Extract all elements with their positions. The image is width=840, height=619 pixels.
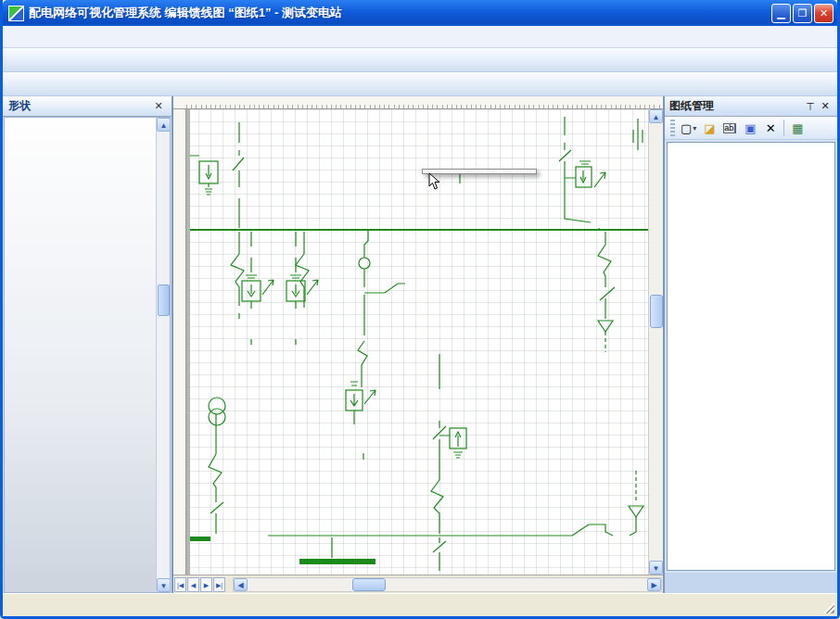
open-drawing-button[interactable]: ◪ bbox=[699, 118, 719, 138]
drawings-panel-header: 图纸管理 ⊥ ✕ bbox=[665, 96, 837, 117]
resize-grip[interactable] bbox=[823, 602, 834, 613]
new-drawing-icon: ▢ bbox=[681, 122, 692, 134]
sheet-tab-bar: |◀ ◀ ▶ ▶| ◀ ▶ bbox=[173, 575, 663, 593]
delete-icon: ✕ bbox=[766, 122, 776, 134]
shapes-panel: 形状 ✕ ▲ ▼ bbox=[3, 96, 173, 593]
scroll-up-icon[interactable]: ▲ bbox=[649, 109, 663, 123]
close-button[interactable]: ✕ bbox=[814, 4, 834, 23]
pin-icon[interactable]: ⊥ bbox=[803, 100, 818, 112]
last-sheet-icon[interactable]: ▶| bbox=[213, 577, 225, 592]
shapes-scrollbar[interactable]: ▲ ▼ bbox=[156, 118, 170, 592]
new-drawing-button[interactable]: ▢▾ bbox=[678, 118, 699, 138]
scroll-up-icon[interactable]: ▲ bbox=[157, 118, 171, 132]
scroll-thumb[interactable] bbox=[158, 284, 170, 316]
drawing-canvas[interactable] bbox=[186, 109, 648, 575]
open-folder-icon: ◪ bbox=[704, 122, 715, 134]
vertical-ruler bbox=[173, 109, 186, 575]
delete-drawing-button[interactable]: ✕ bbox=[760, 118, 781, 138]
scroll-down-icon[interactable]: ▼ bbox=[157, 578, 171, 592]
feeder-diagram-svg bbox=[186, 109, 648, 575]
mouse-cursor-icon bbox=[428, 172, 441, 191]
scroll-thumb[interactable] bbox=[352, 578, 386, 591]
batch-edit-button[interactable]: ▦ bbox=[787, 118, 808, 138]
shapes-panel-close-icon[interactable]: ✕ bbox=[151, 100, 166, 112]
drawings-toolbar: ▢▾ ◪ ab| ▣ ✕ ▦ bbox=[665, 117, 837, 140]
shapes-panel-header: 形状 ✕ bbox=[3, 96, 172, 117]
shape-list: ▲ ▼ bbox=[4, 117, 171, 593]
first-sheet-icon[interactable]: |◀ bbox=[174, 577, 186, 592]
panel-close-icon[interactable]: ✕ bbox=[818, 100, 833, 112]
drawings-panel-title: 图纸管理 bbox=[669, 98, 803, 114]
app-icon bbox=[8, 6, 24, 21]
rename-drawing-button[interactable]: ab| bbox=[719, 118, 740, 138]
menu-bar bbox=[3, 26, 837, 48]
prev-sheet-icon[interactable]: ◀ bbox=[187, 577, 199, 592]
scroll-down-icon[interactable]: ▼ bbox=[649, 561, 663, 575]
status-bar bbox=[3, 593, 837, 616]
batch-edit-icon: ▦ bbox=[792, 122, 803, 134]
page-edge bbox=[186, 109, 190, 575]
canvas-horizontal-scrollbar[interactable]: ◀ ▶ bbox=[233, 577, 662, 592]
horizontal-ruler bbox=[173, 96, 663, 109]
drawings-panel: 图纸管理 ⊥ ✕ ▢▾ ◪ ab| ▣ ✕ ▦ bbox=[663, 96, 837, 593]
scroll-right-icon[interactable]: ▶ bbox=[647, 578, 661, 591]
copy-drawing-button[interactable]: ▣ bbox=[740, 118, 760, 138]
scroll-thumb[interactable] bbox=[650, 295, 663, 328]
maximize-button[interactable]: ❐ bbox=[793, 4, 812, 23]
copy-icon: ▣ bbox=[745, 122, 756, 134]
shapes-panel-title: 形状 bbox=[8, 98, 151, 114]
scroll-left-icon[interactable]: ◀ bbox=[234, 578, 248, 591]
window-title: 配电网络可视化管理系统 编辑馈线图 “图纸1” - 测试变电站 bbox=[29, 5, 770, 21]
title-bar: 配电网络可视化管理系统 编辑馈线图 “图纸1” - 测试变电站 ▁ ❐ ✕ bbox=[3, 0, 837, 26]
drawings-tree bbox=[667, 142, 835, 571]
canvas-vertical-scrollbar[interactable]: ▲ ▼ bbox=[648, 109, 663, 575]
toolbar-standard bbox=[3, 48, 837, 72]
rename-icon: ab| bbox=[723, 123, 736, 133]
toolbar-format-view bbox=[3, 72, 837, 96]
minimize-button[interactable]: ▁ bbox=[771, 4, 791, 23]
panel-tabs bbox=[665, 573, 837, 593]
main-area: 形状 ✕ ▲ ▼ bbox=[3, 96, 837, 593]
app-window: 配电网络可视化管理系统 编辑馈线图 “图纸1” - 测试变电站 ▁ ❐ ✕ 形状… bbox=[0, 0, 840, 619]
canvas-column: ▲ ▼ |◀ ◀ ▶ ▶| ◀ ▶ bbox=[173, 96, 663, 593]
next-sheet-icon[interactable]: ▶ bbox=[200, 577, 212, 592]
context-menu bbox=[422, 169, 537, 174]
